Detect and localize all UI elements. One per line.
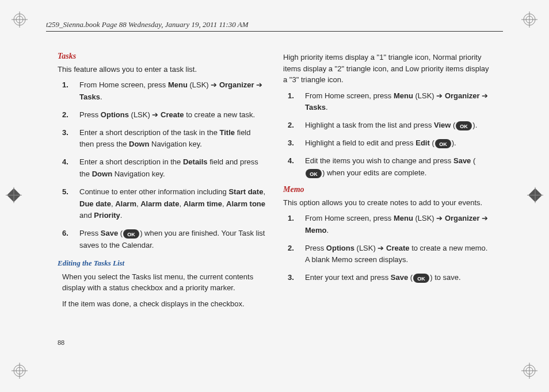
left-column: Tasks This feature allows you to enter a… [58,52,266,314]
step-item: Enter a short description in the Details… [62,156,266,180]
ok-button-icon: OK [306,167,322,179]
page-number: 88 [58,339,64,346]
step-item: Enter a short description of the task in… [62,127,266,151]
priority-paragraph: High priority items display a "1" triang… [283,52,491,86]
right-column: High priority items display a "1" triang… [283,52,491,314]
step-item: Highlight a field to edit and press Edit… [288,137,491,149]
crop-mark-icon [521,363,537,381]
svg-text:OK: OK [460,124,468,129]
crop-mark-icon [12,11,28,29]
crop-mark-icon [6,187,22,205]
step-item: Press Save (OK) when you are finished. Y… [62,228,266,252]
tasks-intro: This feature allows you to enter a task … [58,64,266,75]
page-content: Tasks This feature allows you to enter a… [58,52,491,314]
step-item: Enter your text and press Save (OK) to s… [288,272,491,284]
step-item: Press Options (LSK) ➔ Create to create a… [288,243,491,267]
step-item: Highlight a task from the list and press… [288,120,491,132]
svg-text:OK: OK [310,171,318,177]
document-header: t259_Sienna.book Page 88 Wednesday, Janu… [46,20,503,32]
edit-task-steps: From Home screen, press Menu (LSK) ➔ Org… [288,90,491,179]
memo-intro: This option allows you to create notes t… [283,198,491,208]
step-item: Press Options (LSK) ➔ Create to create a… [62,109,266,121]
editing-paragraph: If the item was done, a check displays i… [62,298,266,310]
editing-paragraph: When you select the Tasks list menu, the… [62,271,266,294]
memo-heading: Memo [283,185,491,194]
crop-mark-icon [12,363,28,381]
editing-tasks-heading: Editing the Tasks List [58,259,266,268]
svg-text:OK: OK [127,232,135,237]
crop-mark-icon [521,11,537,29]
ok-button-icon: OK [435,137,451,149]
step-item: Edit the items you wish to change and pr… [288,155,491,179]
step-item: Continue to enter other information incl… [62,186,266,222]
step-item: From Home screen, press Menu (LSK) ➔ Org… [62,79,266,103]
ok-button-icon: OK [123,228,139,240]
svg-text:OK: OK [417,276,425,282]
ok-button-icon: OK [413,272,429,284]
tasks-steps: From Home screen, press Menu (LSK) ➔ Org… [62,79,266,252]
ok-button-icon: OK [456,120,472,132]
step-item: From Home screen, press Menu (LSK) ➔ Org… [288,213,491,237]
tasks-heading: Tasks [58,52,266,61]
step-item: From Home screen, press Menu (LSK) ➔ Org… [288,90,491,114]
crop-mark-icon [527,187,543,205]
memo-steps: From Home screen, press Menu (LSK) ➔ Org… [288,213,491,284]
svg-text:OK: OK [439,141,447,147]
